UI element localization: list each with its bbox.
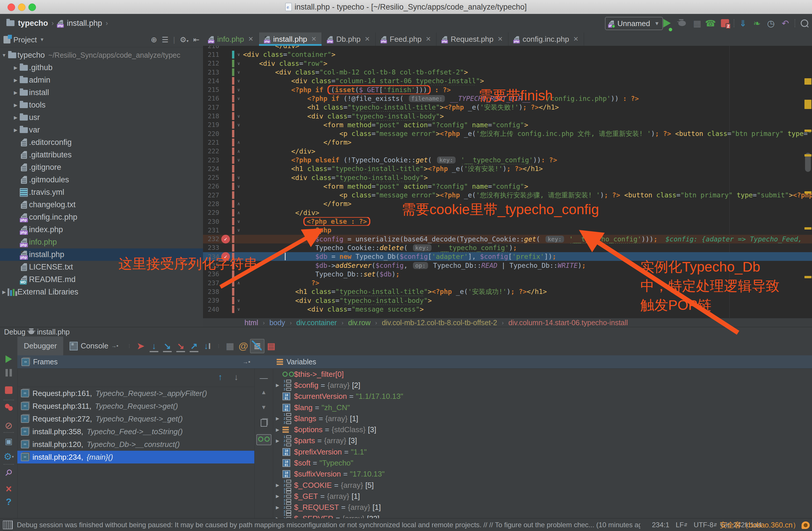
- toolwindow-toggle-icon[interactable]: [3, 520, 13, 529]
- variable-$this->_filter[0][interactable]: $this->_filter[0]: [273, 369, 812, 380]
- tree-item-.gitattributes[interactable]: .gitattributes: [0, 149, 203, 161]
- fold-marker-icon[interactable]: ∨: [234, 184, 243, 189]
- code-line-226[interactable]: 226∨ <form method="post" action="?config…: [203, 182, 812, 191]
- fold-marker-icon[interactable]: ∨: [234, 87, 243, 92]
- breadcrumb-project[interactable]: typecho: [18, 19, 48, 28]
- copy-value-button[interactable]: [255, 419, 273, 427]
- expand-arrow-icon[interactable]: ▶: [13, 115, 18, 120]
- fold-marker-icon[interactable]: ∨: [234, 114, 243, 119]
- fold-marker-icon[interactable]: ∧: [234, 149, 243, 154]
- tab-Db.php[interactable]: phpDb.php✕: [322, 32, 375, 46]
- tree-item-.gitmodules[interactable]: .gitmodules: [0, 174, 203, 186]
- tree-item-tools[interactable]: ▶tools: [0, 99, 203, 111]
- hide-frames-icon[interactable]: →▪: [243, 358, 250, 365]
- variable-$parts[interactable]: ▶123$parts={array}[3]: [273, 436, 812, 446]
- code-line-213[interactable]: 213∨ <div class="col-mb-12 col-tb-8 col-…: [203, 68, 812, 76]
- run-configuration-select[interactable]: php Unnamed ▼: [605, 17, 663, 30]
- move-watch-down-button[interactable]: ▼: [255, 404, 273, 411]
- encoding-widget[interactable]: UTF-8⇵: [694, 518, 717, 531]
- frame-Request.php:272[interactable]: ‹›Request.php:272, Typecho_Request->_get…: [17, 412, 254, 425]
- resume-button[interactable]: [0, 355, 17, 363]
- tab-info.php[interactable]: phpinfo.php✕: [203, 32, 259, 46]
- debug-settings-gear-icon[interactable]: ⚙▾: [0, 451, 17, 462]
- tree-item-README.md[interactable]: MDREADME.md: [0, 273, 203, 286]
- gear-icon[interactable]: ⚙▾: [180, 35, 188, 44]
- local-history-button[interactable]: ◷: [765, 17, 777, 29]
- tab-Request.php[interactable]: phpRequest.php✕: [436, 32, 508, 46]
- close-tab-icon[interactable]: ✕: [426, 35, 431, 43]
- step-into-button[interactable]: ↘: [161, 339, 174, 353]
- tree-item-admin[interactable]: ▶admin: [0, 74, 203, 86]
- variable-$currentVersion[interactable]: 1001$currentVersion="1.1/17.10.13": [273, 391, 812, 402]
- tab-debugger[interactable]: Debugger: [17, 337, 63, 355]
- breadcrumb-div.container[interactable]: div.container: [296, 319, 337, 327]
- next-frame-button[interactable]: ↓: [234, 372, 238, 382]
- breadcrumb-file[interactable]: install.php: [67, 19, 102, 28]
- pause-button[interactable]: [0, 369, 17, 377]
- locate-file-button[interactable]: ⊕: [151, 35, 157, 44]
- fold-marker-icon[interactable]: ∨: [234, 78, 243, 84]
- previous-frame-button[interactable]: ↑: [218, 372, 222, 382]
- tree-item-install[interactable]: ▶install: [0, 86, 203, 99]
- show-watches-button[interactable]: [255, 434, 273, 445]
- collapse-all-button[interactable]: ☰: [162, 35, 169, 44]
- tree-item-index.php[interactable]: phpindex.php: [0, 223, 203, 236]
- caret-position-widget[interactable]: 234:1: [652, 518, 669, 531]
- close-tab-icon[interactable]: ✕: [573, 35, 578, 43]
- fold-marker-icon[interactable]: ∨: [234, 298, 243, 303]
- fold-marker-icon[interactable]: ∧: [234, 210, 243, 215]
- expand-arrow-icon[interactable]: ▶: [13, 127, 18, 133]
- close-tab-icon[interactable]: ✕: [311, 35, 316, 43]
- variable-$_GET[interactable]: ▶123$_GET={array}[1]: [273, 491, 812, 502]
- fold-marker-icon[interactable]: ∧: [234, 201, 243, 206]
- close-tab-icon[interactable]: ✕: [498, 35, 503, 43]
- help-button[interactable]: ?: [0, 497, 17, 507]
- frame-install.php:234[interactable]: ‹›install.php:234, {main}(): [17, 451, 254, 463]
- tree-item-config.inc.php[interactable]: phpconfig.inc.php: [0, 211, 203, 223]
- variable-$lang[interactable]: 1001$lang="zh_CN": [273, 402, 812, 413]
- close-tab-icon[interactable]: ✕: [248, 35, 253, 43]
- code-line-224[interactable]: 224 <h1 class="typecho-install-title"><?…: [203, 164, 812, 173]
- warning-stripe-mark[interactable]: [804, 78, 811, 85]
- pin-tab-button[interactable]: ⚲: [0, 463, 18, 482]
- variable-$suffixVersion[interactable]: 1001$suffixVersion="17.10.13": [273, 469, 812, 480]
- code-line-219[interactable]: 219∨ <form method="post" action="?config…: [203, 121, 812, 129]
- variable-$_COOKIE[interactable]: ▶123$_COOKIE={array}[5]: [273, 480, 812, 491]
- expand-arrow-icon[interactable]: ▶: [1, 289, 7, 295]
- tree-item-changelog.txt[interactable]: changelog.txt: [0, 198, 203, 211]
- fold-marker-icon[interactable]: ∨: [234, 52, 243, 57]
- fold-marker-icon[interactable]: ∨: [234, 175, 243, 180]
- variable-$langs[interactable]: ▶123$langs={array}[1]: [273, 413, 812, 424]
- warning-stripe-mark[interactable]: [804, 191, 811, 194]
- code-line-210[interactable]: 210 </div>: [203, 46, 812, 50]
- watch-return-values-button[interactable]: @: [237, 339, 250, 353]
- tree-item-.travis.yml[interactable]: .travis.yml: [0, 186, 203, 198]
- fold-marker-icon[interactable]: ∨: [234, 70, 243, 75]
- code-line-211[interactable]: 211∨<div class="container">: [203, 50, 812, 59]
- run-to-cursor-button[interactable]: ↓I: [201, 339, 214, 353]
- stop-button[interactable]: 2: [719, 17, 731, 29]
- tab-install.php[interactable]: phpinstall.php✕: [259, 32, 322, 46]
- force-step-into-button[interactable]: ↘: [174, 339, 187, 353]
- frame-install.php:358[interactable]: ‹›install.php:358, Typecho_Feed->__toStr…: [17, 425, 254, 438]
- frame-Request.php:311[interactable]: ‹›Request.php:311, Typecho_Request->get(…: [17, 400, 254, 412]
- step-out-button[interactable]: ↗: [187, 339, 201, 353]
- variable-$options[interactable]: ▶$options={stdClass}[3]: [273, 424, 812, 435]
- code-line-212[interactable]: 212∨ <div class="row">: [203, 59, 812, 68]
- mute-breakpoints-button[interactable]: ⊘: [0, 420, 17, 431]
- stop-debug-button[interactable]: [0, 386, 17, 394]
- expand-arrow-icon[interactable]: ▼: [1, 53, 7, 58]
- code-line-225[interactable]: 225∨ <div class="typecho-install-body">: [203, 173, 812, 182]
- tree-item-.editorconfig[interactable]: .editorconfig: [0, 136, 203, 149]
- expand-arrow-icon[interactable]: ▶: [273, 427, 282, 432]
- fold-marker-icon[interactable]: ∨: [234, 96, 243, 101]
- update-project-button[interactable]: ⇓: [737, 17, 749, 29]
- frame-install.php:120[interactable]: ‹›install.php:120, Typecho_Db->__constru…: [17, 438, 254, 451]
- warning-stripe-mark[interactable]: [804, 130, 811, 132]
- fold-marker-icon[interactable]: ∨: [234, 307, 243, 312]
- code-line-227[interactable]: 227 <p class="message error"><?php _e('您…: [203, 191, 812, 200]
- expand-arrow-icon[interactable]: ▶: [273, 416, 282, 421]
- view-breakpoints-list-button[interactable]: ≣: [250, 339, 264, 353]
- tab-Feed.php[interactable]: phpFeed.php✕: [376, 32, 436, 46]
- expand-arrow-icon[interactable]: ▶: [273, 438, 282, 443]
